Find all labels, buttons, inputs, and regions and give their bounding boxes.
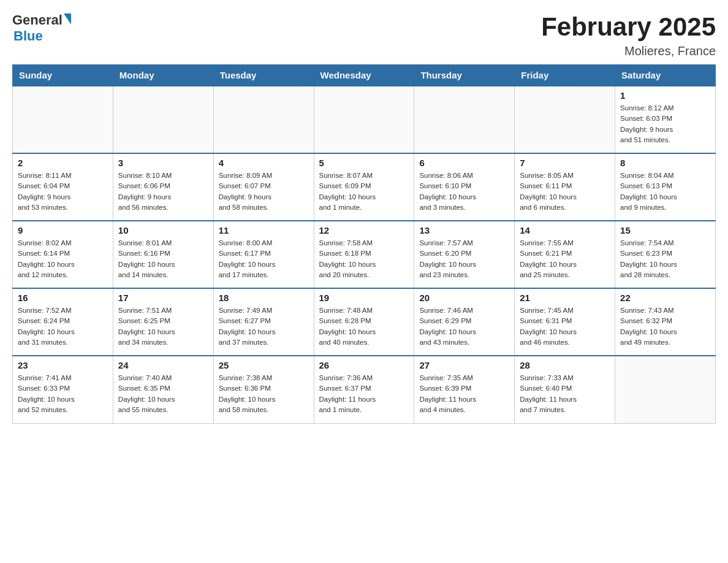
day-cell: 28Sunrise: 7:33 AM Sunset: 6:40 PM Dayli… (515, 356, 615, 423)
day-cell: 19Sunrise: 7:48 AM Sunset: 6:28 PM Dayli… (314, 288, 414, 356)
day-cell: 10Sunrise: 8:01 AM Sunset: 6:16 PM Dayli… (113, 221, 213, 288)
day-number: 2 (18, 158, 108, 168)
day-cell: 20Sunrise: 7:46 AM Sunset: 6:29 PM Dayli… (414, 288, 515, 356)
day-number: 26 (319, 360, 409, 370)
day-cell (314, 86, 414, 153)
day-info: Sunrise: 7:54 AM Sunset: 6:23 PM Dayligh… (620, 238, 710, 280)
day-info: Sunrise: 7:46 AM Sunset: 6:29 PM Dayligh… (419, 305, 509, 348)
day-number: 18 (219, 293, 309, 303)
day-info: Sunrise: 7:41 AM Sunset: 6:33 PM Dayligh… (18, 373, 108, 415)
day-number: 4 (219, 158, 309, 168)
day-info: Sunrise: 8:01 AM Sunset: 6:16 PM Dayligh… (118, 238, 208, 280)
day-cell: 18Sunrise: 7:49 AM Sunset: 6:27 PM Dayli… (213, 288, 314, 356)
day-number: 14 (520, 225, 610, 236)
day-info: Sunrise: 8:00 AM Sunset: 6:17 PM Dayligh… (219, 238, 309, 280)
day-number: 12 (319, 225, 409, 236)
day-cell: 7Sunrise: 8:05 AM Sunset: 6:11 PM Daylig… (515, 153, 615, 221)
day-number: 6 (419, 158, 509, 168)
week-row-3: 9Sunrise: 8:02 AM Sunset: 6:14 PM Daylig… (13, 221, 716, 288)
day-number: 21 (520, 293, 610, 303)
day-cell: 26Sunrise: 7:36 AM Sunset: 6:37 PM Dayli… (314, 356, 414, 423)
day-info: Sunrise: 7:43 AM Sunset: 6:32 PM Dayligh… (620, 305, 710, 348)
day-cell: 27Sunrise: 7:35 AM Sunset: 6:39 PM Dayli… (414, 356, 515, 423)
calendar-header: SundayMondayTuesdayWednesdayThursdayFrid… (13, 65, 716, 86)
header-cell-sunday: Sunday (13, 65, 113, 86)
day-info: Sunrise: 7:58 AM Sunset: 6:18 PM Dayligh… (319, 238, 409, 280)
day-cell: 14Sunrise: 7:55 AM Sunset: 6:21 PM Dayli… (515, 221, 615, 288)
day-info: Sunrise: 7:33 AM Sunset: 6:40 PM Dayligh… (520, 373, 610, 415)
day-cell (414, 86, 515, 153)
day-info: Sunrise: 8:02 AM Sunset: 6:14 PM Dayligh… (18, 238, 108, 280)
header-cell-thursday: Thursday (414, 65, 515, 86)
day-number: 10 (118, 225, 208, 236)
logo-general: General (12, 12, 63, 28)
day-info: Sunrise: 8:10 AM Sunset: 6:06 PM Dayligh… (118, 170, 208, 213)
day-cell: 4Sunrise: 8:09 AM Sunset: 6:07 PM Daylig… (213, 153, 314, 221)
day-number: 5 (319, 158, 409, 168)
calendar-body: 1Sunrise: 8:12 AM Sunset: 6:03 PM Daylig… (13, 86, 716, 423)
logo-blue: Blue (13, 28, 43, 44)
day-number: 25 (219, 360, 309, 370)
day-number: 11 (219, 225, 309, 236)
day-cell: 2Sunrise: 8:11 AM Sunset: 6:04 PM Daylig… (13, 153, 113, 221)
day-number: 27 (419, 360, 509, 370)
day-number: 8 (620, 158, 710, 168)
day-cell: 15Sunrise: 7:54 AM Sunset: 6:23 PM Dayli… (615, 221, 716, 288)
header-cell-monday: Monday (113, 65, 213, 86)
day-info: Sunrise: 7:40 AM Sunset: 6:35 PM Dayligh… (118, 373, 208, 415)
day-number: 20 (419, 293, 509, 303)
day-info: Sunrise: 7:52 AM Sunset: 6:24 PM Dayligh… (18, 305, 108, 348)
day-info: Sunrise: 8:11 AM Sunset: 6:04 PM Dayligh… (18, 170, 108, 213)
day-cell: 3Sunrise: 8:10 AM Sunset: 6:06 PM Daylig… (113, 153, 213, 221)
day-cell: 5Sunrise: 8:07 AM Sunset: 6:09 PM Daylig… (314, 153, 414, 221)
header-row: SundayMondayTuesdayWednesdayThursdayFrid… (13, 65, 716, 86)
day-cell: 16Sunrise: 7:52 AM Sunset: 6:24 PM Dayli… (13, 288, 113, 356)
day-number: 13 (419, 225, 509, 236)
day-number: 15 (620, 225, 710, 236)
day-number: 16 (18, 293, 108, 303)
day-cell: 11Sunrise: 8:00 AM Sunset: 6:17 PM Dayli… (213, 221, 314, 288)
title-area: February 2025 Molieres, France (541, 12, 716, 58)
day-number: 3 (118, 158, 208, 168)
day-info: Sunrise: 8:07 AM Sunset: 6:09 PM Dayligh… (319, 170, 409, 213)
day-number: 23 (18, 360, 108, 370)
week-row-5: 23Sunrise: 7:41 AM Sunset: 6:33 PM Dayli… (13, 356, 716, 423)
day-info: Sunrise: 7:35 AM Sunset: 6:39 PM Dayligh… (419, 373, 509, 415)
day-info: Sunrise: 8:05 AM Sunset: 6:11 PM Dayligh… (520, 170, 610, 213)
day-info: Sunrise: 7:48 AM Sunset: 6:28 PM Dayligh… (319, 305, 409, 348)
day-info: Sunrise: 8:06 AM Sunset: 6:10 PM Dayligh… (419, 170, 509, 213)
day-number: 22 (620, 293, 710, 303)
day-cell: 6Sunrise: 8:06 AM Sunset: 6:10 PM Daylig… (414, 153, 515, 221)
day-cell (13, 86, 113, 153)
day-cell: 21Sunrise: 7:45 AM Sunset: 6:31 PM Dayli… (515, 288, 615, 356)
week-row-1: 1Sunrise: 8:12 AM Sunset: 6:03 PM Daylig… (13, 86, 716, 153)
day-number: 7 (520, 158, 610, 168)
day-cell: 8Sunrise: 8:04 AM Sunset: 6:13 PM Daylig… (615, 153, 716, 221)
day-info: Sunrise: 7:38 AM Sunset: 6:36 PM Dayligh… (219, 373, 309, 415)
day-info: Sunrise: 8:12 AM Sunset: 6:03 PM Dayligh… (620, 103, 710, 145)
header-cell-wednesday: Wednesday (314, 65, 414, 86)
day-info: Sunrise: 7:55 AM Sunset: 6:21 PM Dayligh… (520, 238, 610, 280)
day-cell (515, 86, 615, 153)
day-cell: 17Sunrise: 7:51 AM Sunset: 6:25 PM Dayli… (113, 288, 213, 356)
day-cell: 9Sunrise: 8:02 AM Sunset: 6:14 PM Daylig… (13, 221, 113, 288)
day-info: Sunrise: 8:04 AM Sunset: 6:13 PM Dayligh… (620, 170, 710, 213)
page-header: General Blue February 2025 Molieres, Fra… (12, 12, 716, 58)
day-number: 19 (319, 293, 409, 303)
day-cell: 24Sunrise: 7:40 AM Sunset: 6:35 PM Dayli… (113, 356, 213, 423)
header-cell-tuesday: Tuesday (213, 65, 314, 86)
day-cell: 22Sunrise: 7:43 AM Sunset: 6:32 PM Dayli… (615, 288, 716, 356)
day-number: 1 (620, 90, 710, 101)
day-number: 28 (520, 360, 610, 370)
day-info: Sunrise: 7:49 AM Sunset: 6:27 PM Dayligh… (219, 305, 309, 348)
day-cell (213, 86, 314, 153)
day-number: 9 (18, 225, 108, 236)
day-info: Sunrise: 7:36 AM Sunset: 6:37 PM Dayligh… (319, 373, 409, 415)
header-cell-saturday: Saturday (615, 65, 716, 86)
day-cell: 12Sunrise: 7:58 AM Sunset: 6:18 PM Dayli… (314, 221, 414, 288)
calendar-table: SundayMondayTuesdayWednesdayThursdayFrid… (12, 64, 716, 424)
logo-arrow-icon (64, 13, 71, 25)
day-info: Sunrise: 7:45 AM Sunset: 6:31 PM Dayligh… (520, 305, 610, 348)
logo: General Blue (12, 12, 71, 44)
calendar-title: February 2025 (541, 12, 716, 42)
